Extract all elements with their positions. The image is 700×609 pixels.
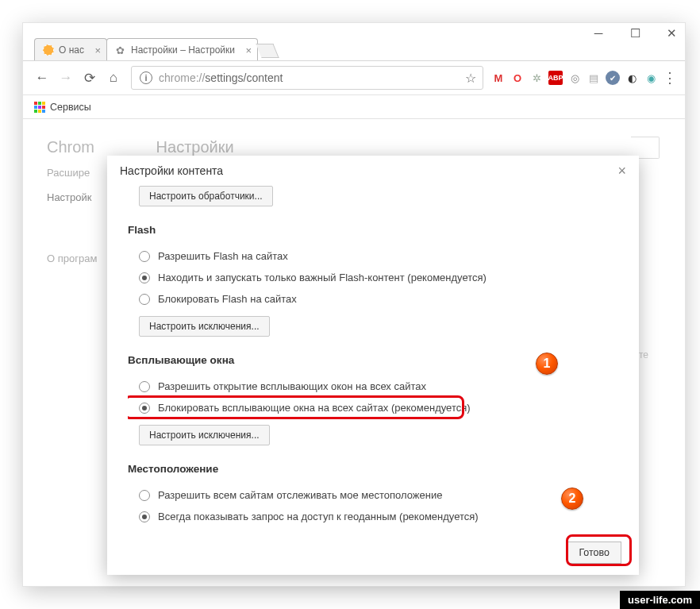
tab-strip: О нас × ✿ Настройки – Настройки × [34,37,276,61]
menu-button[interactable]: ⋮ [663,71,677,85]
done-button[interactable]: Готово [567,542,621,564]
sidebar-item[interactable]: Расшире [47,167,97,179]
radio-option[interactable]: Разрешить всем сайтам отслеживать мое ме… [128,484,615,506]
radio-icon [139,272,150,283]
reload-button[interactable]: ⟳ [80,68,99,87]
option-label: Находить и запускать только важный Flash… [158,272,487,283]
sidebar: Расшире Настройк О програм [47,167,97,277]
brand-text: Chrom [47,138,94,156]
tab-title: О нас [59,44,84,56]
url-text: chrome://settings/content [159,71,465,84]
extension-icons: M O ✲ ABP ◎ ▤ ✔ ◐ ◉ ⋮ [491,71,677,85]
radio-icon [139,403,150,414]
site-info-icon[interactable]: i [140,71,152,84]
section-heading: Flash [128,224,615,236]
extension-icon[interactable]: ◐ [625,71,639,85]
option-label: Разрешить всем сайтам отслеживать мое ме… [158,489,442,501]
sidebar-item[interactable]: Настройк [47,191,97,203]
apps-icon[interactable] [34,102,45,113]
bookmarks-apps-label[interactable]: Сервисы [50,102,91,113]
dialog-title: Настройки контента [120,164,223,177]
radio-icon [139,251,150,262]
tab-about[interactable]: О нас × [34,38,107,61]
window-close-button[interactable]: ✕ [663,26,680,40]
sidebar-item[interactable]: О програм [47,252,97,264]
gear-icon: ✿ [115,44,126,56]
radio-icon [139,381,150,392]
radio-option[interactable]: Блокировать всплывающие окна на всех сай… [128,397,615,418]
radio-option[interactable]: Всегда показывать запрос на доступ к гео… [128,506,615,527]
popups-exceptions-button[interactable]: Настроить исключения... [139,425,270,445]
option-label: Блокировать всплывающие окна на всех сай… [158,402,471,414]
radio-option[interactable]: Разрешить Flash на сайтах [128,245,615,267]
section-location: Местоположение Разрешить всем сайтам отс… [128,463,615,527]
abp-icon[interactable]: ABP [548,71,563,85]
flash-exceptions-button[interactable]: Настроить исключения... [139,316,270,337]
annotation-badge-2: 2 [561,488,583,510]
radio-option[interactable]: Разрешить открытие всплывающих окон на в… [128,376,615,397]
page-title: Настройки [156,138,234,156]
vk-icon[interactable]: ✔ [606,71,620,85]
option-label: Блокировать Flash на сайтах [158,293,297,305]
orange-icon [43,44,54,56]
forward-button[interactable]: → [56,68,75,87]
bookmark-star-icon[interactable]: ☆ [465,71,476,86]
option-label: Разрешить открытие всплывающих окон на в… [158,380,426,392]
dialog-close-icon[interactable]: × [617,163,626,179]
radio-icon [139,511,150,522]
radio-option[interactable]: Находить и запускать только важный Flash… [128,267,615,288]
option-label: Всегда показывать запрос на доступ к гео… [158,511,479,522]
close-icon[interactable]: × [245,44,252,56]
tab-title: Настройки – Настройки [131,44,235,56]
new-tab-button[interactable] [256,44,279,58]
section-heading: Местоположение [128,463,615,475]
watermark: user-life.com [620,591,700,609]
extension-icon[interactable]: ▤ [587,71,601,85]
close-icon[interactable]: × [94,44,101,56]
back-button[interactable]: ← [33,68,52,87]
opera-icon[interactable]: O [510,71,525,85]
extension-icon[interactable]: ◎ [567,71,582,85]
section-flash: Flash Разрешить Flash на сайтах Находить… [128,224,615,337]
radio-icon [139,294,150,305]
address-bar[interactable]: i chrome://settings/content ☆ [131,66,483,90]
radio-option[interactable]: Блокировать Flash на сайтах [128,288,615,310]
gmail-icon[interactable]: M [491,71,506,85]
option-label: Разрешить Flash на сайтах [158,250,288,262]
window-minimize-button[interactable]: ─ [590,26,607,40]
home-button[interactable]: ⌂ [104,68,123,87]
eye-icon[interactable]: ◉ [644,71,658,85]
window-maximize-button[interactable]: ☐ [626,26,644,40]
configure-handlers-button[interactable]: Настроить обработчики... [139,186,273,206]
extension-icon[interactable]: ✲ [529,71,544,85]
annotation-badge-1: 1 [536,353,558,375]
tab-settings[interactable]: ✿ Настройки – Настройки × [106,38,258,61]
content-settings-dialog: Настройки контента × Настроить обработчи… [107,156,639,575]
radio-icon [139,490,150,501]
